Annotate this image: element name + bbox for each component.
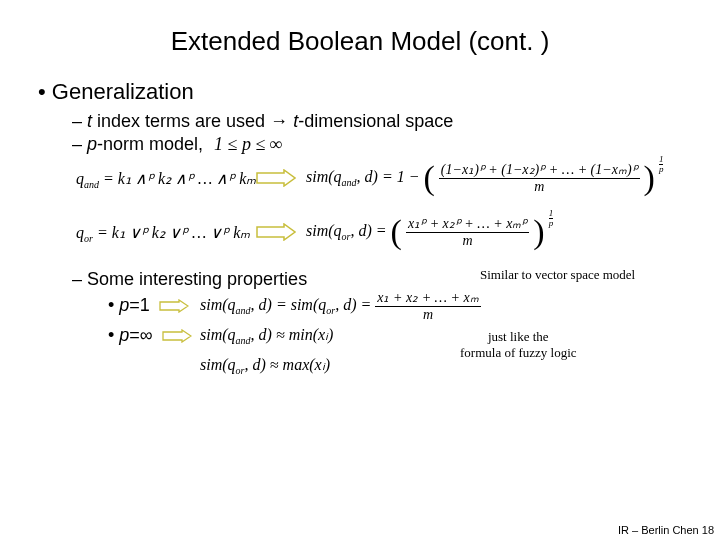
formula-qand-lhs: qand = k₁ ∧ᵖ k₂ ∧ᵖ … ∧ᵖ kₘ <box>76 169 256 190</box>
formula-pinf-or: sim(qor, d) ≈ max(xᵢ) <box>200 355 330 376</box>
arrow-right-icon <box>256 169 296 187</box>
formula-sim-or: sim(qor, d) = ( x₁ᵖ + x₂ᵖ + … + xₘᵖ m ) … <box>306 215 553 249</box>
bullet-p-norm: p-norm model, 1 ≤ p ≤ ∞ <box>72 134 690 155</box>
properties-block: Some interesting properties Similar to v… <box>30 267 690 407</box>
bullet-pinf: p=∞ <box>108 325 196 346</box>
formula-p1: sim(qand, d) = sim(qor, d) = x₁ + x₂ + …… <box>200 289 481 323</box>
arrow-right-icon-3 <box>159 299 189 313</box>
bullet-p1: p=1 <box>108 295 193 316</box>
formula-qor-lhs: qor = k₁ ∨ᵖ k₂ ∨ᵖ … ∨ᵖ kₘ <box>76 223 250 244</box>
arrow-right-icon-2 <box>256 223 296 241</box>
tindex-post: -dimensional space <box>298 111 453 131</box>
bullet-t-index: t index terms are used → t-dimensional s… <box>72 111 690 132</box>
formula-pinf-and: sim(qand, d) ≈ min(xᵢ) <box>200 325 333 346</box>
slide-footer: IR – Berlin Chen 18 <box>618 524 714 536</box>
tindex-mid: index terms are used → <box>92 111 293 131</box>
slide-title: Extended Boolean Model (cont. ) <box>30 26 690 57</box>
formula-sim-and: sim(qand, d) = 1 − ( (1−x₁)ᵖ + (1−x₂)ᵖ +… <box>306 161 663 195</box>
bullet-properties: Some interesting properties <box>72 269 307 290</box>
range-formula: 1 ≤ p ≤ ∞ <box>214 134 283 154</box>
infinity-icon: ∞ <box>140 325 153 345</box>
arrow-right-icon-4 <box>162 329 192 343</box>
pnorm-post: -norm model, <box>97 134 208 154</box>
note-fuzzy-logic: just like the formula of fuzzy logic <box>460 329 577 361</box>
italic-p: p <box>87 134 97 154</box>
bullet-generalization: Generalization <box>38 79 690 105</box>
formula-zone: qand = k₁ ∧ᵖ k₂ ∧ᵖ … ∧ᵖ kₘ sim(qand, d) … <box>76 157 690 267</box>
note-vector-space: Similar to vector space model <box>480 267 635 283</box>
